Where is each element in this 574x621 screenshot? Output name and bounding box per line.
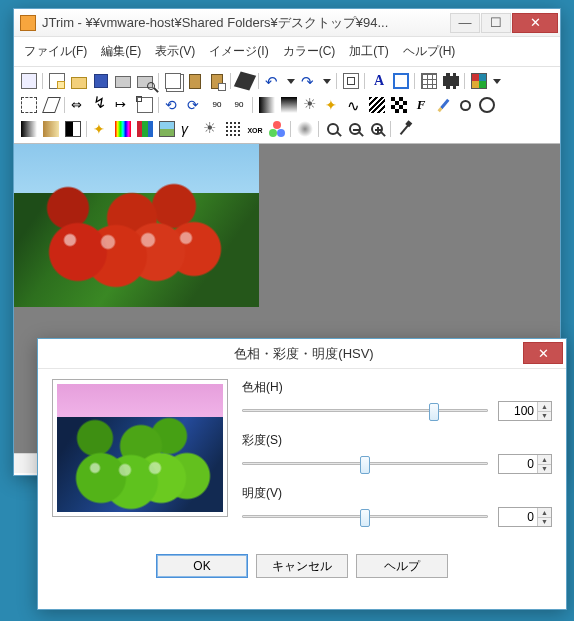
tb-new-icon[interactable] [46,70,68,92]
tb-undo-icon[interactable] [262,70,284,92]
tb-grad-a-icon[interactable] [18,118,40,140]
tb-sparkle2-icon[interactable] [90,118,112,140]
hue-value-input[interactable] [499,402,537,420]
tb-grad-v-icon[interactable] [278,94,300,116]
tb-grid-icon[interactable] [418,70,440,92]
dialog-close-button[interactable]: ✕ [523,342,563,364]
tb-zoom-out-icon[interactable] [344,118,366,140]
val-up-icon[interactable]: ▲ [537,508,551,518]
maximize-button[interactable]: ☐ [481,13,511,33]
tb-redo-dropdown-icon[interactable] [323,79,331,84]
close-button[interactable]: ✕ [512,13,558,33]
sat-slider[interactable] [242,453,488,475]
tb-rot90-icon[interactable]: 90 [206,94,228,116]
tb-flip-h-icon[interactable]: ⇔ [68,94,90,116]
tb-open-icon[interactable] [68,70,90,92]
val-slider[interactable] [242,506,488,528]
tb-dots-icon[interactable] [222,118,244,140]
main-titlebar[interactable]: JTrim - ¥¥vmware-host¥Shared Folders¥デスク… [14,9,560,37]
hue-down-icon[interactable]: ▼ [537,412,551,421]
hsv-dialog: 色相・彩度・明度(HSV) ✕ 色相(H) ▲▼ [37,338,567,610]
tb-fit-icon[interactable] [340,70,362,92]
tb-palette-icon[interactable] [468,70,490,92]
tb-filter-icon[interactable]: F [410,94,432,116]
tb-brightness2-icon[interactable] [200,118,222,140]
tb-palette2-icon[interactable] [134,118,156,140]
tb-checker-icon[interactable] [388,94,410,116]
tb-brightness-icon[interactable] [300,94,322,116]
dialog-titlebar[interactable]: 色相・彩度・明度(HSV) ✕ [38,339,566,369]
tb-film-icon[interactable] [440,70,462,92]
minimize-button[interactable]: — [450,13,480,33]
tb-hue-icon[interactable] [112,118,134,140]
tb-grad-h-icon[interactable] [256,94,278,116]
tb-gamma-icon[interactable] [178,118,200,140]
hue-up-icon[interactable]: ▲ [537,402,551,412]
menu-file[interactable]: ファイル(F) [18,41,93,62]
tb-print-preview-icon[interactable] [134,70,156,92]
tb-circle-sm-icon[interactable] [454,94,476,116]
menu-image[interactable]: イメージ(I) [203,41,274,62]
tb-fill-icon[interactable] [234,70,256,92]
tb-save-icon[interactable] [90,70,112,92]
val-slider-thumb[interactable] [360,509,370,527]
tb-frame-icon[interactable] [390,70,412,92]
tb-flip-v-icon[interactable]: ↯ [90,94,112,116]
menubar: ファイル(F) 編集(E) 表示(V) イメージ(I) カラー(C) 加工(T)… [14,37,560,67]
hue-label: 色相(H) [242,379,552,396]
preview-image [57,384,223,512]
tb-paste-new-icon[interactable] [206,70,228,92]
hue-slider[interactable] [242,400,488,422]
val-down-icon[interactable]: ▼ [537,518,551,527]
tb-grad-b-icon[interactable] [40,118,62,140]
val-value-input[interactable] [499,508,537,526]
tb-print-icon[interactable] [112,70,134,92]
val-spinner[interactable]: ▲▼ [498,507,552,527]
tb-picker-icon[interactable] [394,118,416,140]
tb-split-icon[interactable] [62,118,84,140]
tb-zoom-fit-icon[interactable] [322,118,344,140]
tb-circle-lg-icon[interactable] [476,94,498,116]
tb-image-icon[interactable] [156,118,178,140]
tb-crop-icon[interactable] [18,94,40,116]
tb-rotate-l-icon[interactable]: ⟲ [162,94,184,116]
tb-paste-icon[interactable] [184,70,206,92]
sat-slider-thumb[interactable] [360,456,370,474]
tb-sparkle-icon[interactable] [322,94,344,116]
tb-xor-icon[interactable] [244,118,266,140]
tb-wave-icon[interactable] [344,94,366,116]
window-title: JTrim - ¥¥vmware-host¥Shared Folders¥デスク… [42,14,449,32]
sat-up-icon[interactable]: ▲ [537,455,551,465]
app-icon [20,15,36,31]
tb-rgb-icon[interactable] [266,118,288,140]
tb-switch-window-icon[interactable] [18,70,40,92]
tb-palette-dropdown-icon[interactable] [493,79,501,84]
hue-slider-thumb[interactable] [429,403,439,421]
tb-text-icon[interactable]: A [368,70,390,92]
tb-copy-icon[interactable] [162,70,184,92]
tb-redo-icon[interactable] [298,70,320,92]
tb-blur-icon[interactable] [294,118,316,140]
sat-value-input[interactable] [499,455,537,473]
sat-down-icon[interactable]: ▼ [537,465,551,474]
menu-help[interactable]: ヘルプ(H) [397,41,462,62]
tb-resize-icon[interactable] [134,94,156,116]
sat-spinner[interactable]: ▲▼ [498,454,552,474]
tb-stripes-icon[interactable] [366,94,388,116]
editor-image[interactable] [14,144,259,307]
tb-rotate-r-icon[interactable] [184,94,206,116]
hue-spinner[interactable]: ▲▼ [498,401,552,421]
ok-button[interactable]: OK [156,554,248,578]
menu-edit[interactable]: 編集(E) [95,41,147,62]
tb-pencil-icon[interactable] [432,94,454,116]
cancel-button[interactable]: キャンセル [256,554,348,578]
tb-shift-icon[interactable]: ↦ [112,94,134,116]
help-button[interactable]: ヘルプ [356,554,448,578]
tb-undo-dropdown-icon[interactable] [287,79,295,84]
menu-process[interactable]: 加工(T) [343,41,394,62]
tb-rot-90-icon[interactable]: 90 [228,94,250,116]
menu-view[interactable]: 表示(V) [149,41,201,62]
menu-color[interactable]: カラー(C) [277,41,342,62]
tb-skew-icon[interactable] [40,94,62,116]
tb-zoom-in-icon[interactable] [366,118,388,140]
